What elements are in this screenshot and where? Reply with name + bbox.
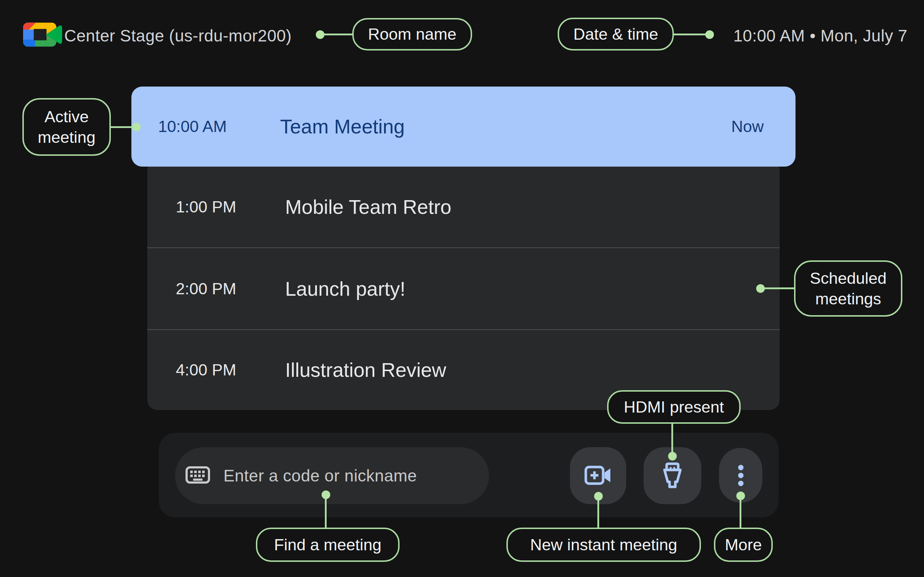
room-name-text: Center Stage (us-rdu-mor200)	[64, 26, 292, 45]
callout-room-name: Room name	[352, 18, 472, 50]
callout-scheduled-meetings: Scheduled meetings	[794, 260, 902, 317]
connector-line	[740, 496, 741, 528]
callout-hdmi-present: HDMI present	[607, 390, 741, 424]
active-meeting-row[interactable]: 10:00 AM Team Meeting Now	[131, 87, 795, 167]
meeting-row[interactable]: 1:00 PM Mobile Team Retro	[147, 166, 780, 247]
bottom-tray	[159, 433, 779, 517]
connector-dot	[705, 30, 714, 39]
hdmi-icon	[661, 462, 684, 490]
connector-line	[325, 495, 327, 528]
active-meeting-title: Team Meeting	[280, 87, 405, 167]
connector-dot	[594, 492, 603, 501]
connector-dot	[321, 490, 330, 499]
connector-line	[761, 287, 795, 289]
meeting-title: Launch party!	[285, 248, 405, 329]
google-meet-logo-icon	[23, 21, 66, 48]
meeting-code-field[interactable]	[175, 447, 489, 504]
connector-line	[671, 423, 673, 456]
date-time-text: 10:00 AM • Mon, July 7	[733, 26, 908, 45]
callout-date-time: Date & time	[558, 18, 674, 50]
callout-find-a-meeting: Find a meeting	[256, 528, 399, 562]
keyboard-icon	[185, 466, 210, 486]
more-dots-icon	[738, 465, 743, 486]
connector-dot	[756, 284, 765, 293]
active-meeting-status-badge: Now	[731, 87, 764, 167]
callout-more: More	[714, 528, 773, 562]
callout-new-instant-meeting: New instant meeting	[506, 528, 701, 562]
callout-active-meeting: Active meeting	[23, 98, 111, 156]
meeting-title: Mobile Team Retro	[285, 166, 452, 247]
scheduled-meetings-list: 1:00 PM Mobile Team Retro 2:00 PM Launch…	[147, 166, 780, 410]
video-plus-icon	[584, 464, 612, 487]
meeting-time: 4:00 PM	[176, 330, 236, 410]
connector-dot	[736, 492, 745, 500]
meet-room-display: Center Stage (us-rdu-mor200) 10:00 AM • …	[0, 0, 924, 577]
code-input[interactable]	[223, 466, 475, 485]
active-meeting-time: 10:00 AM	[158, 87, 227, 167]
meeting-time: 1:00 PM	[176, 166, 236, 247]
connector-dot	[132, 122, 141, 131]
meeting-time: 2:00 PM	[176, 248, 236, 329]
connector-line	[673, 34, 709, 35]
connector-line	[597, 496, 599, 528]
connector-dot	[316, 30, 325, 39]
connector-dot	[668, 452, 677, 461]
meeting-title: Illustration Review	[285, 330, 446, 410]
meeting-row[interactable]: 2:00 PM Launch party!	[147, 248, 780, 329]
